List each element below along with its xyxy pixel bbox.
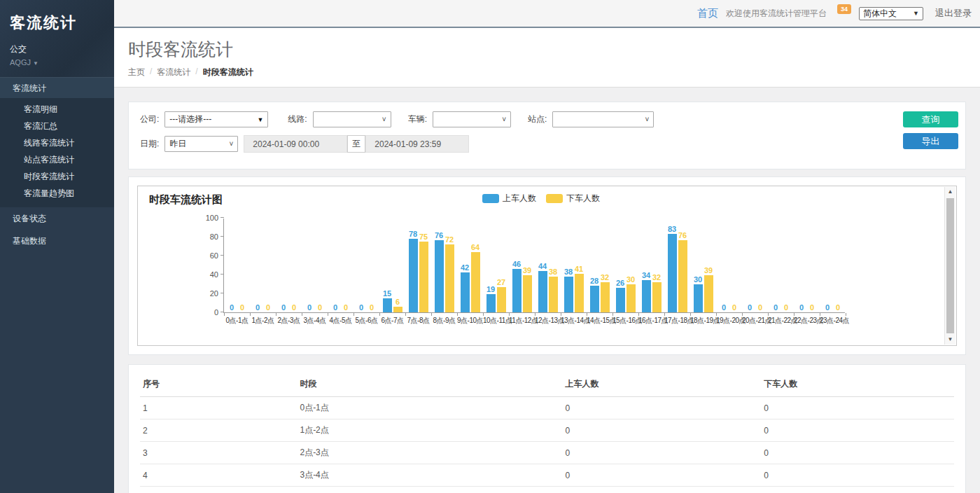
bar[interactable] [512, 269, 522, 312]
bar[interactable] [704, 275, 713, 312]
bar[interactable] [523, 275, 532, 312]
legend-item-2[interactable]: 下车人数 [546, 193, 600, 204]
logout-link[interactable]: 退出登录 [935, 7, 972, 20]
company-select[interactable]: ---请选择--- ▼ [164, 111, 268, 127]
date-range-select[interactable]: 昨日 ˅ [164, 136, 238, 152]
topbar: 首页 欢迎使用客流统计管理平台 34 简体中文 ▼ 退出登录 [114, 0, 980, 28]
bar[interactable] [461, 272, 470, 312]
sidebar-subitem-6[interactable]: 客流量趋势图 [0, 185, 114, 202]
bar-value-label: 72 [445, 235, 454, 244]
bar[interactable] [694, 284, 703, 313]
bar[interactable] [383, 298, 392, 312]
bar-column: 0 [253, 303, 262, 312]
legend-item-1[interactable]: 上车人数 [482, 193, 536, 204]
y-axis-tick [220, 293, 224, 293]
sidebar-item-2[interactable]: 基础数据 [0, 230, 114, 252]
bar-group: 00 [794, 303, 820, 312]
chart-card: 时段车流统计图 上车人数下车人数 020406080100000点-1点001点… [128, 176, 966, 355]
language-select[interactable]: 简体中文 ▼ [859, 7, 923, 20]
x-axis-label: 8点-9点 [431, 316, 457, 326]
breadcrumb-item-1[interactable]: 主页 [128, 67, 145, 78]
table-row: 54点-5点00 [140, 487, 954, 493]
sidebar-item-1[interactable]: 设备状态 [0, 207, 114, 230]
table-card: 序号时段上车人数下车人数 10点-1点0021点-2点0032点-3点0043点… [128, 364, 966, 493]
bar-group: 4438 [535, 262, 561, 312]
export-button[interactable]: 导出 [903, 133, 958, 149]
bar-column: 0 [290, 303, 299, 312]
bar[interactable] [445, 244, 454, 312]
bar[interactable] [668, 234, 677, 312]
home-link[interactable]: 首页 [697, 7, 718, 20]
x-axis-label: 7点-8点 [405, 316, 431, 326]
bar-value-label: 0 [799, 303, 804, 312]
x-axis-label: 3点-4点 [302, 316, 328, 326]
sidebar-subitem-4[interactable]: 站点客流统计 [0, 151, 114, 168]
bar-column: 0 [756, 303, 765, 312]
notification-badge[interactable]: 34 [837, 4, 851, 14]
breadcrumb-item-2[interactable]: 客流统计 [157, 67, 190, 78]
date-end-input[interactable]: 2024-01-09 23:59 [365, 135, 469, 153]
bar[interactable] [590, 286, 599, 312]
chart-vertical-scrollbar[interactable]: ▲ ▼ [944, 187, 955, 345]
line-select[interactable]: ˅ [313, 111, 391, 127]
date-label: 日期: [140, 138, 159, 150]
bar-column: 30 [694, 275, 703, 313]
y-axis-label: 40 [196, 270, 218, 279]
sidebar-subitem-1[interactable]: 客流明细 [0, 101, 114, 118]
scroll-up-icon[interactable]: ▲ [945, 187, 955, 197]
y-axis-label: 60 [196, 251, 218, 260]
bar[interactable] [575, 274, 584, 312]
date-start-input[interactable]: 2024-01-09 00:00 [244, 135, 347, 153]
x-axis-label: 5点-6点 [354, 316, 379, 326]
bar[interactable] [435, 240, 444, 312]
y-axis-label: 80 [196, 232, 218, 241]
bar[interactable] [393, 307, 402, 312]
table-cell: 4点-5点 [297, 487, 562, 493]
bar[interactable] [486, 294, 496, 312]
table-cell: 1 [140, 397, 297, 419]
bar-value-label: 0 [318, 303, 322, 312]
bar[interactable] [471, 252, 480, 312]
sidebar-submenu: 客流明细客流汇总线路客流统计站点客流统计时段客流统计客流量趋势图 [0, 98, 114, 207]
scrollbar-thumb[interactable] [946, 198, 954, 333]
chart-legend: 上车人数下车人数 [138, 193, 944, 204]
bar-value-label: 64 [471, 243, 479, 251]
bar[interactable] [564, 277, 573, 312]
bar[interactable] [409, 239, 418, 312]
bar-value-label: 0 [836, 303, 840, 312]
org-code-dropdown[interactable]: AQGJ ▼ [10, 58, 104, 67]
chevron-down-icon: ▼ [33, 60, 38, 67]
bar-column: 28 [590, 277, 599, 312]
bar[interactable] [626, 284, 636, 313]
sidebar-subitem-5[interactable]: 时段客流统计 [0, 168, 114, 185]
date-to-label: 至 [347, 135, 365, 153]
vehicle-select[interactable]: ˅ [433, 111, 511, 127]
breadcrumb-item-3: 时段客流统计 [203, 67, 253, 78]
bar-column: 72 [445, 235, 454, 312]
bar[interactable] [497, 287, 506, 312]
bar[interactable] [678, 240, 687, 312]
search-button[interactable]: 查询 [903, 111, 958, 127]
bar[interactable] [616, 288, 625, 312]
chevron-down-icon: ˅ [382, 116, 386, 123]
bar[interactable] [549, 277, 558, 312]
language-selected-label: 简体中文 [863, 8, 897, 20]
sidebar-subitem-3[interactable]: 线路客流统计 [0, 134, 114, 151]
station-select[interactable]: ˅ [552, 111, 654, 127]
bar-value-label: 78 [409, 230, 417, 238]
bar[interactable] [642, 280, 651, 312]
chart-panel: 时段车流统计图 上车人数下车人数 020406080100000点-1点001点… [137, 186, 957, 346]
bar[interactable] [538, 271, 547, 312]
table-cell: 0 [761, 487, 954, 493]
bar-group: 1927 [483, 278, 509, 312]
scroll-down-icon[interactable]: ▼ [945, 335, 955, 345]
y-axis-tick [220, 274, 224, 275]
welcome-text: 欢迎使用客流统计管理平台 [726, 8, 827, 20]
sidebar-section-passenger-stats[interactable]: 客流统计 [0, 77, 114, 98]
sidebar-subitem-2[interactable]: 客流汇总 [0, 118, 114, 134]
table-cell: 5 [140, 487, 297, 493]
bar[interactable] [601, 282, 610, 312]
bar[interactable] [652, 282, 662, 312]
bar[interactable] [419, 242, 428, 312]
bar-value-label: 0 [370, 303, 374, 312]
